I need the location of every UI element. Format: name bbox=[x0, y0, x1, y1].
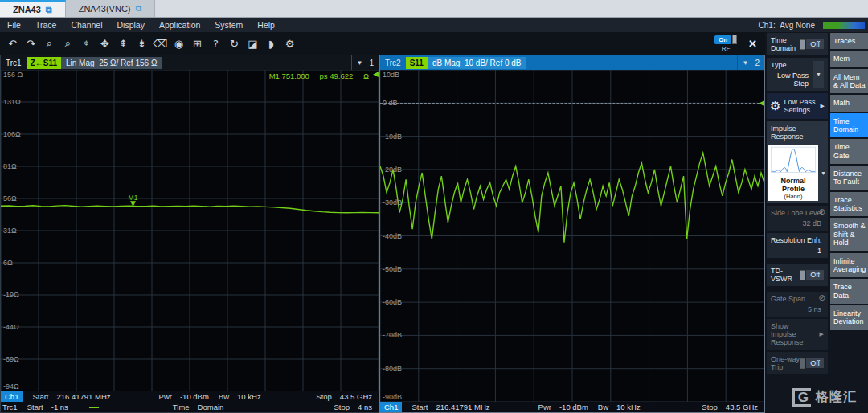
trace1-format-scale[interactable]: Lin Mag 25 Ω/ Ref 156 Ω bbox=[61, 57, 162, 69]
marker1-readout: M1 751.000 ps 49.622 Ω bbox=[269, 72, 369, 80]
menu-item[interactable]: Trace bbox=[28, 20, 63, 30]
ref-level-indicator-1[interactable]: ◀ bbox=[373, 71, 379, 78]
toolbar-icon[interactable]: ↷ bbox=[22, 35, 40, 52]
toolbar-icon[interactable]: ? bbox=[207, 35, 225, 52]
sidebar-nav-button[interactable]: Time Domain bbox=[830, 113, 868, 138]
trace-window-2[interactable]: Trc2 S11 dB Mag 10 dB/ Ref 0 dB ▼ 2 bbox=[379, 55, 765, 413]
window2-selector[interactable]: ▼ 2 bbox=[737, 55, 764, 70]
disabled-icon: ⊘ bbox=[819, 207, 825, 216]
sidebar-nav-button[interactable]: Trace Data bbox=[830, 279, 868, 304]
trace-window-1[interactable]: Trc1 Z←S11 Lin Mag 25 Ω/ Ref 156 Ω ▼ 1 1… bbox=[0, 55, 379, 413]
gelonghui-logo-icon: G bbox=[792, 388, 811, 407]
trace1-name[interactable]: Trc1 bbox=[1, 57, 27, 69]
menu-item[interactable]: File bbox=[0, 20, 28, 30]
chevron-down-icon[interactable]: ▼ bbox=[813, 61, 824, 88]
toolbar-icon[interactable]: ✥ bbox=[96, 35, 114, 52]
window-profile-selector[interactable]: Normal Profile (Hann) ▼ bbox=[767, 143, 828, 203]
toolbar-icon[interactable]: ↻ bbox=[225, 35, 244, 52]
external-window-icon: ⧉ bbox=[46, 5, 52, 15]
toolbar-icon[interactable]: ◗ bbox=[262, 35, 280, 52]
time-domain-toggle-panel[interactable]: Time Domain Off bbox=[767, 33, 828, 55]
trace2-measurement[interactable]: S11 bbox=[406, 57, 428, 69]
toolbar-icon[interactable]: ◉ bbox=[170, 35, 188, 52]
zna43-app-window: ZNA43 ⧉ ZNA43(VNC) ⧉ FileTraceChannelDis… bbox=[0, 0, 868, 413]
trace1-header: Trc1 Z←S11 Lin Mag 25 Ω/ Ref 156 Ω ▼ 1 bbox=[1, 55, 379, 70]
menu-item[interactable]: Channel bbox=[63, 20, 109, 30]
start-frequency[interactable]: 216.41791 MHz bbox=[57, 392, 111, 401]
rf-label: RF bbox=[722, 45, 731, 52]
toolbar-icon[interactable]: ⌖ bbox=[77, 35, 96, 52]
marker-m1[interactable]: M1▼ bbox=[129, 195, 138, 206]
sidebar-nav-button[interactable]: All Mem & All Data bbox=[830, 69, 868, 94]
stop-frequency[interactable]: 43.5 GHz bbox=[726, 403, 758, 411]
rf-toggle-knob bbox=[732, 35, 737, 44]
chevron-right-icon: ▶ bbox=[821, 103, 825, 109]
toolbar-icon[interactable]: ⌕ bbox=[59, 35, 77, 52]
bandwidth-value[interactable]: 10 kHz bbox=[616, 403, 641, 411]
menu-item[interactable]: Application bbox=[152, 20, 207, 30]
rf-power-toggle[interactable]: On RF bbox=[714, 35, 737, 52]
toolbar-icon[interactable]: ⚙ bbox=[280, 35, 299, 52]
start-frequency[interactable]: 216.41791 MHz bbox=[436, 403, 490, 411]
td-vswr-toggle-panel[interactable]: TD-VSWR Off bbox=[767, 264, 828, 286]
sweep-progress-bar bbox=[823, 22, 865, 29]
power-value[interactable]: -10 dBm bbox=[559, 403, 588, 411]
trace2-name[interactable]: Trc2 bbox=[380, 57, 406, 69]
stop-frequency[interactable]: 43.5 GHz bbox=[340, 392, 372, 401]
ref-level-indicator-2[interactable]: ◀ bbox=[759, 100, 764, 107]
sidebar-nav-button[interactable]: Trace Statistics bbox=[830, 192, 868, 217]
gear-icon: ⚙ bbox=[770, 99, 780, 113]
one-way-trip-toggle: Off bbox=[800, 358, 824, 369]
trace2-plot-area[interactable]: 10dB0 dB-10dB-20dB-30dB-40dB-50dB-60dB-7… bbox=[380, 70, 764, 402]
close-icon[interactable]: ✕ bbox=[748, 38, 757, 50]
sidebar-nav-button[interactable]: Time Gate bbox=[830, 139, 868, 164]
toolbar-icon[interactable]: ⌕ bbox=[40, 35, 59, 52]
toolbar-icon[interactable]: ↶ bbox=[3, 35, 22, 52]
sidebar-nav-button[interactable]: Smooth & Shift & Hold bbox=[830, 218, 868, 251]
toolbar-icon[interactable]: ⌫ bbox=[151, 35, 170, 52]
trace1-measurement[interactable]: Z←S11 bbox=[27, 57, 61, 69]
chevron-down-icon[interactable]: ▼ bbox=[821, 170, 826, 176]
gate-span-field: Gate Span ⊘ 5 ns bbox=[767, 292, 828, 317]
power-value[interactable]: -10 dBm bbox=[180, 392, 209, 401]
sidebar-nav-button[interactable]: Math bbox=[830, 95, 868, 111]
toolbar-icon[interactable]: ⊞ bbox=[188, 35, 207, 52]
toolbar-icon[interactable]: ◪ bbox=[244, 35, 262, 52]
channel-status: Ch1: Avg None bbox=[759, 21, 815, 30]
menu-item[interactable]: Help bbox=[250, 20, 282, 30]
type-dropdown[interactable]: Type Low Pass Step ▼ bbox=[767, 58, 828, 91]
chevron-right-icon: ▶ bbox=[820, 331, 824, 337]
trace1-indicator bbox=[89, 407, 99, 408]
chevron-down-icon[interactable]: ▼ bbox=[743, 59, 749, 67]
time-start[interactable]: -1 ns bbox=[51, 403, 68, 411]
app-tab[interactable]: ZNA43(VNC) ⧉ bbox=[66, 0, 156, 17]
trace1-footer-name: Trc1 bbox=[1, 403, 18, 411]
sidebar-nav-button[interactable]: Infinite Averaging bbox=[830, 253, 868, 278]
toolbar-icon[interactable]: ⇟ bbox=[133, 35, 151, 52]
sidebar-nav-button[interactable]: Mem bbox=[830, 51, 868, 67]
trace1-plot-area[interactable]: 156 Ω131Ω106Ω81Ω56Ω31Ω6Ω-19Ω-44Ω-69Ω-94Ω… bbox=[1, 70, 379, 391]
sidebar-nav-button[interactable]: Traces bbox=[830, 33, 868, 49]
channel-tag[interactable]: Ch1 bbox=[1, 391, 23, 402]
show-impulse-response-button: Show Impulse Response ▶ bbox=[767, 319, 828, 350]
low-pass-settings-button[interactable]: ⚙ Low Pass Settings ▶ bbox=[767, 93, 828, 119]
resolution-enh-field[interactable]: Resolution Enh. 1 bbox=[767, 233, 828, 258]
sidebar-nav-button[interactable]: Distance To Fault bbox=[830, 166, 868, 190]
window1-selector[interactable]: ▼ 1 bbox=[351, 55, 379, 70]
sidebar-nav-button[interactable]: Linearity Deviation bbox=[830, 305, 868, 330]
trace2-plot-svg bbox=[380, 70, 764, 402]
bandwidth-value[interactable]: 10 kHz bbox=[237, 392, 261, 401]
menu-bar: FileTraceChannelDisplayApplicationSystem… bbox=[0, 18, 868, 32]
td-vswr-toggle[interactable]: Off bbox=[800, 270, 824, 280]
time-domain-sidebar: Time Domain Off Type Low Pass Step ▼ ⚙ bbox=[765, 32, 868, 413]
time-stop[interactable]: 4 ns bbox=[358, 403, 372, 411]
time-domain-toggle[interactable]: Off bbox=[800, 39, 824, 50]
chevron-down-icon[interactable]: ▼ bbox=[357, 59, 363, 67]
side-lobe-level-field: Side Lobe Level ⊘ 32 dB bbox=[767, 206, 828, 231]
trace2-format-scale[interactable]: dB Mag 10 dB/ Ref 0 dB bbox=[428, 57, 526, 69]
menu-item[interactable]: Display bbox=[110, 20, 152, 30]
toolbar-icon[interactable]: ⇞ bbox=[114, 35, 133, 52]
menu-item[interactable]: System bbox=[207, 20, 250, 30]
channel-tag[interactable]: Ch1 bbox=[380, 402, 402, 412]
app-tab[interactable]: ZNA43 ⧉ bbox=[0, 0, 66, 17]
